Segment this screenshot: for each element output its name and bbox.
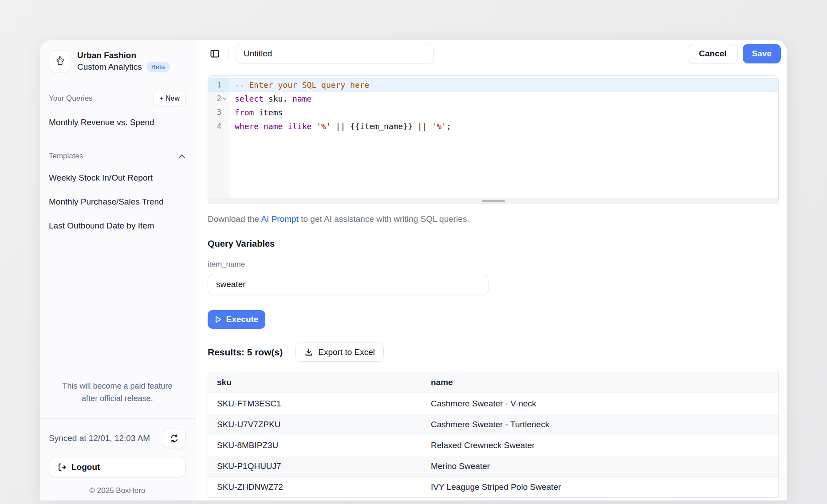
code-line: select sku, name [229, 92, 778, 106]
main-panel: Cancel Save 1 2 [196, 40, 787, 500]
table-row: SKU-FTM3ESC1 Cashmere Sweater - V-neck [208, 393, 778, 414]
query-variables-heading: Query Variables [208, 239, 781, 249]
variable-input-item-name[interactable] [208, 274, 488, 295]
table-row: SKU-8MBIPZ3U Relaxed Crewneck Sweater [208, 435, 778, 456]
panel-left-icon [209, 48, 220, 59]
logout-label: Logout [71, 462, 100, 472]
brand-title: Urban Fashion [77, 50, 170, 61]
code-line: where name ilike '%' || {{item_name}} ||… [229, 119, 778, 133]
query-title-input[interactable] [236, 44, 434, 63]
synced-status-text: Synced at 12/01, 12:03 AM [49, 433, 150, 443]
beta-badge: Beta [146, 62, 170, 72]
table-row: SKU-ZHDNWZ72 IVY Leaguge Striped Polo Sw… [208, 476, 778, 497]
cancel-button[interactable]: Cancel [688, 44, 737, 63]
cell-sku: SKU-8MBIPZ3U [208, 441, 422, 450]
ai-note-suffix: to get AI assistance with writing SQL qu… [299, 214, 469, 224]
sidebar-spacer [49, 238, 186, 380]
brand: Urban Fashion Custom Analytics Beta [49, 50, 186, 72]
cell-name: Merino Sweater [422, 461, 778, 471]
queries-section-header: Your Queries + New [49, 91, 186, 106]
sidebar-divider [49, 140, 186, 140]
sidebar-item-query[interactable]: Monthly Revenue vs. Spend [49, 118, 186, 127]
sql-editor[interactable]: 1 2 3 [208, 75, 779, 204]
refresh-icon [170, 434, 179, 443]
export-label: Export to Excel [318, 347, 375, 357]
ai-assistance-note: Download the AI Prompt to get AI assista… [208, 214, 781, 224]
cell-sku: SKU-P1QHUUJ7 [208, 461, 422, 471]
gutter-line: 2 [208, 92, 229, 106]
cell-name: Cashmere Sweater - Turtleneck [422, 420, 778, 429]
chevron-up-icon[interactable] [178, 154, 186, 159]
sql-editor-area[interactable]: 1 2 3 [208, 76, 778, 198]
logout-icon [57, 463, 66, 472]
line-number: 2 [217, 92, 221, 106]
sql-comment: -- Enter your SQL query here [235, 80, 369, 90]
drag-pill [482, 200, 505, 202]
execute-button[interactable]: Execute [208, 310, 265, 329]
gutter-line: 3 [208, 106, 229, 119]
cell-sku: SKU-FTM3ESC1 [208, 399, 422, 409]
templates-section-label: Templates [49, 152, 83, 161]
editor-gutter: 1 2 3 [208, 76, 229, 198]
sync-row: Synced at 12/01, 12:03 AM [49, 429, 186, 448]
cell-sku: SKU-ZHDNWZ72 [208, 482, 422, 492]
cell-name: Cashmere Sweater - V-neck [422, 399, 778, 409]
cell-name: Relaxed Crewneck Sweater [422, 441, 778, 450]
templates-section-header: Templates [49, 152, 186, 161]
cell-name: IVY Leaguge Striped Polo Sweater [422, 482, 778, 492]
results-header-row: Results: 5 row(s) Export to Excel [208, 343, 781, 362]
line-number: 1 [217, 78, 221, 92]
cell-sku: SKU-U7V7ZPKU [208, 420, 422, 429]
results-table: sku name SKU-FTM3ESC1 Cashmere Sweater -… [208, 372, 779, 498]
paid-feature-notice-line1: This will become a paid feature [49, 380, 186, 393]
app-window: Urban Fashion Custom Analytics Beta Your… [40, 40, 787, 500]
ai-prompt-link[interactable]: AI Prompt [261, 214, 298, 224]
table-header-row: sku name [208, 372, 778, 393]
sidebar-toggle-button[interactable] [208, 47, 222, 61]
gutter-line: 4 [208, 119, 229, 133]
toolbar: Cancel Save [208, 43, 781, 64]
brand-text: Urban Fashion Custom Analytics Beta [77, 50, 170, 72]
table-row: SKU-U7V7ZPKU Cashmere Sweater - Turtlene… [208, 414, 778, 435]
tshirt-hanger-icon [53, 55, 67, 68]
gutter-line: 1 [208, 78, 229, 92]
sidebar-item-template[interactable]: Monthly Purchase/Sales Trend [49, 190, 186, 214]
download-icon [304, 348, 313, 357]
ai-note-prefix: Download the [208, 214, 261, 224]
line-number: 3 [217, 106, 221, 119]
queries-section-label: Your Queries [49, 94, 93, 103]
code-line: -- Enter your SQL query here [229, 78, 778, 92]
save-button[interactable]: Save [743, 44, 781, 63]
brand-subtitle: Custom Analytics [77, 61, 142, 73]
results-count-heading: Results: 5 row(s) [208, 347, 283, 358]
sidebar-item-template[interactable]: Last Outbound Date by Item [49, 214, 186, 238]
column-header-name: name [422, 378, 778, 387]
editor-code[interactable]: -- Enter your SQL query here select sku,… [229, 76, 778, 198]
variable-label-item-name: item_name [208, 260, 781, 269]
toolbar-separator [228, 46, 228, 61]
brand-logo [49, 50, 71, 72]
code-line: from items [229, 106, 778, 119]
copyright-text: © 2025 BoxHero [49, 486, 186, 495]
sidebar-footer-divider [40, 418, 196, 419]
execute-label: Execute [226, 315, 259, 324]
new-query-button[interactable]: + New [153, 91, 186, 106]
column-header-sku: sku [208, 378, 422, 387]
export-to-excel-button[interactable]: Export to Excel [295, 343, 384, 362]
fold-chevron-icon[interactable] [222, 97, 227, 100]
line-number: 4 [217, 119, 221, 133]
paid-feature-notice-line2: after official release. [49, 393, 186, 405]
editor-resize-handle[interactable] [208, 198, 778, 204]
refresh-button[interactable] [163, 429, 186, 448]
table-row: SKU-P1QHUUJ7 Merino Sweater [208, 456, 778, 476]
sidebar: Urban Fashion Custom Analytics Beta Your… [40, 40, 196, 500]
sidebar-item-template[interactable]: Weekly Stock In/Out Report [49, 166, 186, 190]
logout-button[interactable]: Logout [49, 457, 186, 477]
paid-feature-notice: This will become a paid feature after of… [49, 380, 186, 405]
play-icon [215, 315, 222, 323]
